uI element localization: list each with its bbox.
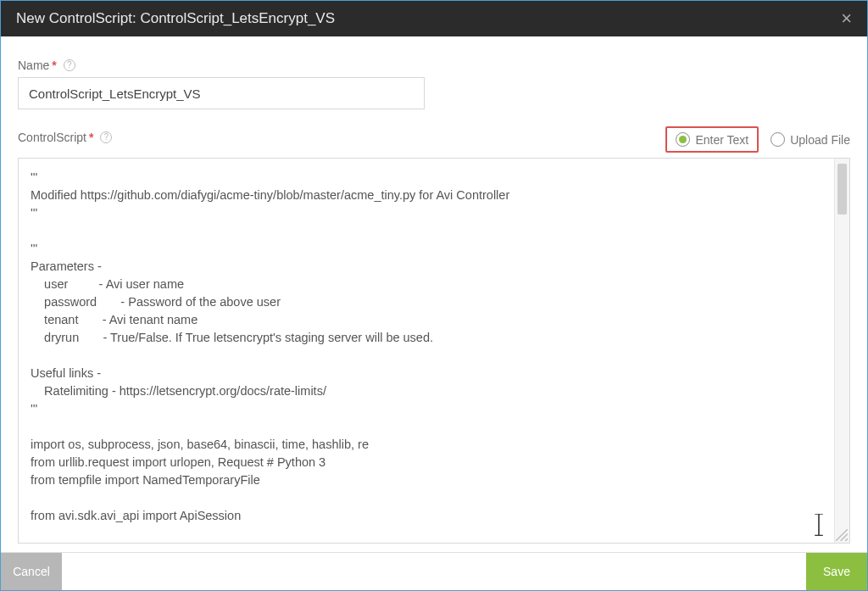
dialog-body: Name* ? ControlScript* ? Enter Text Uplo… xyxy=(1,36,867,552)
controlscript-textarea[interactable] xyxy=(19,159,834,543)
scrollbar[interactable] xyxy=(834,159,849,543)
titlebar: New ControlScript: ControlScript_LetsEnc… xyxy=(1,1,867,36)
radio-upload-file[interactable]: Upload File xyxy=(771,132,850,147)
controlscript-editor-wrap xyxy=(18,158,850,544)
cancel-button[interactable]: Cancel xyxy=(1,553,62,590)
name-field: Name* ? xyxy=(18,59,850,109)
name-input[interactable] xyxy=(18,77,425,109)
resize-grip-icon[interactable] xyxy=(836,529,848,541)
scrollbar-thumb[interactable] xyxy=(837,164,847,215)
radio-icon xyxy=(676,132,690,147)
name-label: Name* ? xyxy=(18,59,850,72)
help-icon[interactable]: ? xyxy=(64,59,75,71)
radio-icon xyxy=(771,132,785,147)
controlscript-label: ControlScript* ? xyxy=(18,131,112,144)
name-label-text: Name xyxy=(18,59,49,72)
close-icon[interactable]: × xyxy=(841,8,852,30)
controlscript-label-text: ControlScript xyxy=(18,131,86,144)
controlscript-header: ControlScript* ? Enter Text Upload File xyxy=(18,126,850,153)
save-button[interactable]: Save xyxy=(806,553,867,590)
dialog-frame: New ControlScript: ControlScript_LetsEnc… xyxy=(0,0,868,591)
radio-enter-text-label: Enter Text xyxy=(695,133,748,147)
radio-enter-text[interactable]: Enter Text xyxy=(665,126,759,153)
dialog-footer: Cancel Save xyxy=(1,552,867,590)
help-icon[interactable]: ? xyxy=(100,131,112,143)
dialog-title: New ControlScript: ControlScript_LetsEnc… xyxy=(16,10,335,27)
footer-spacer xyxy=(62,553,806,590)
radio-upload-file-label: Upload File xyxy=(790,133,850,147)
required-marker: * xyxy=(52,59,56,72)
required-marker: * xyxy=(89,131,93,144)
input-mode-radio-group: Enter Text Upload File xyxy=(665,126,850,153)
